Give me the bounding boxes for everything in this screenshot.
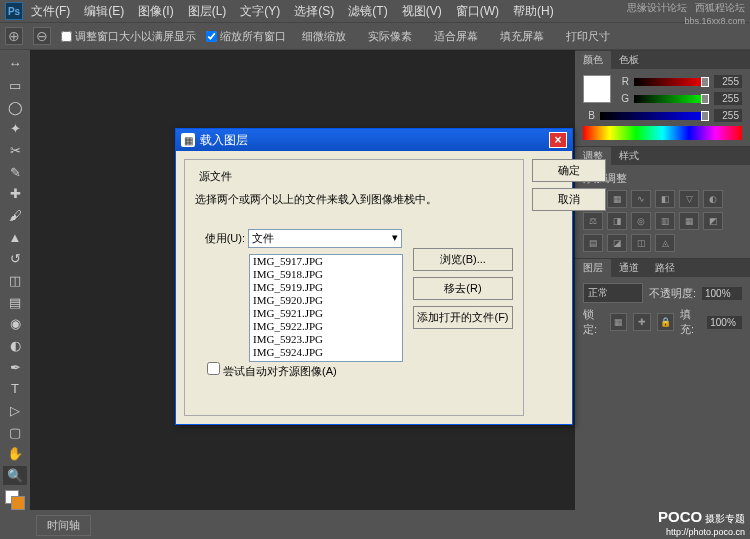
brush-tool[interactable]: 🖌 bbox=[3, 206, 27, 226]
use-dropdown[interactable]: 文件▾ bbox=[248, 229, 402, 248]
zoom-out-icon[interactable]: ⊖ bbox=[33, 27, 51, 45]
menu-select[interactable]: 选择(S) bbox=[288, 1, 340, 22]
menu-help[interactable]: 帮助(H) bbox=[507, 1, 560, 22]
background-swatch[interactable] bbox=[11, 496, 25, 510]
r-slider[interactable] bbox=[634, 78, 709, 86]
marquee-tool[interactable]: ▭ bbox=[3, 76, 27, 96]
color-preview-swatch[interactable] bbox=[583, 75, 611, 103]
pen-tool[interactable]: ✒ bbox=[3, 357, 27, 377]
zoom-tool[interactable]: 🔍 bbox=[3, 466, 27, 486]
adj-select-icon[interactable]: ◬ bbox=[655, 234, 675, 252]
file-list-item[interactable]: IMG_5924.JPG bbox=[250, 346, 402, 359]
print-size-button[interactable]: 打印尺寸 bbox=[560, 27, 616, 46]
fill-field[interactable]: 100% bbox=[707, 316, 742, 329]
g-value[interactable]: 255 bbox=[714, 92, 742, 105]
file-list-item[interactable]: IMG_5917.JPG bbox=[250, 255, 402, 268]
move-tool[interactable]: ↔ bbox=[3, 54, 27, 74]
menu-filter[interactable]: 滤镜(T) bbox=[342, 1, 393, 22]
adj-invert-icon[interactable]: ◩ bbox=[703, 212, 723, 230]
lock-all-icon[interactable]: 🔒 bbox=[657, 313, 674, 331]
lock-position-icon[interactable]: ✚ bbox=[633, 313, 650, 331]
crop-tool[interactable]: ✂ bbox=[3, 141, 27, 161]
menu-layer[interactable]: 图层(L) bbox=[182, 1, 233, 22]
watermark-top: 思缘设计论坛 西狐程论坛 bbs.16xx8.com bbox=[627, 1, 745, 26]
timeline-tab[interactable]: 时间轴 bbox=[36, 515, 91, 536]
zoom-all-checkbox[interactable]: 缩放所有窗口 bbox=[206, 29, 286, 44]
adj-hue-icon[interactable]: ◐ bbox=[703, 190, 723, 208]
zoom-in-icon[interactable]: ⊕ bbox=[5, 27, 23, 45]
swatches-tab[interactable]: 色板 bbox=[611, 51, 647, 69]
adj-mixer-icon[interactable]: ▥ bbox=[655, 212, 675, 230]
app-logo-icon: Ps bbox=[5, 2, 23, 20]
text-tool[interactable]: T bbox=[3, 379, 27, 399]
eyedropper-tool[interactable]: ✎ bbox=[3, 162, 27, 182]
add-open-files-button[interactable]: 添加打开的文件(F) bbox=[413, 306, 513, 329]
paths-tab[interactable]: 路径 bbox=[647, 259, 683, 277]
adj-lut-icon[interactable]: ▦ bbox=[679, 212, 699, 230]
menu-view[interactable]: 视图(V) bbox=[396, 1, 448, 22]
file-listbox[interactable]: IMG_5917.JPGIMG_5918.JPGIMG_5919.JPGIMG_… bbox=[249, 254, 403, 362]
channels-tab[interactable]: 通道 bbox=[611, 259, 647, 277]
load-layers-dialog: ▦ 载入图层 × 源文件 选择两个或两个以上的文件来载入到图像堆栈中。 使用(U… bbox=[175, 128, 573, 425]
lasso-tool[interactable]: ◯ bbox=[3, 97, 27, 117]
dialog-app-icon: ▦ bbox=[181, 133, 195, 147]
cancel-button[interactable]: 取消 bbox=[532, 188, 606, 211]
wand-tool[interactable]: ✦ bbox=[3, 119, 27, 139]
file-list-item[interactable]: IMG_5923.JPG bbox=[250, 333, 402, 346]
scrubby-zoom-button[interactable]: 细微缩放 bbox=[296, 27, 352, 46]
adj-bw-icon[interactable]: ◨ bbox=[607, 212, 627, 230]
adj-vibrance-icon[interactable]: ▽ bbox=[679, 190, 699, 208]
menu-image[interactable]: 图像(I) bbox=[132, 1, 179, 22]
adj-grad-icon[interactable]: ◫ bbox=[631, 234, 651, 252]
ok-button[interactable]: 确定 bbox=[532, 159, 606, 182]
b-value[interactable]: 255 bbox=[714, 109, 742, 122]
file-list-item[interactable]: IMG_5922.JPG bbox=[250, 320, 402, 333]
auto-align-checkbox[interactable]: 尝试自动对齐源图像(A) bbox=[207, 365, 337, 377]
color-tab[interactable]: 颜色 bbox=[575, 51, 611, 69]
lock-pixels-icon[interactable]: ▦ bbox=[610, 313, 627, 331]
close-icon[interactable]: × bbox=[549, 132, 567, 148]
menu-window[interactable]: 窗口(W) bbox=[450, 1, 505, 22]
file-list-item[interactable]: IMG_5920.JPG bbox=[250, 294, 402, 307]
stamp-tool[interactable]: ▲ bbox=[3, 227, 27, 247]
color-panel: 颜色 色板 R255 G255 B255 bbox=[575, 50, 750, 146]
fill-screen-button[interactable]: 填充屏幕 bbox=[494, 27, 550, 46]
blur-tool[interactable]: ◉ bbox=[3, 314, 27, 334]
file-list-item[interactable]: IMG_5925.JPG bbox=[250, 359, 402, 362]
fieldset-legend: 源文件 bbox=[195, 169, 236, 184]
menu-file[interactable]: 文件(F) bbox=[25, 1, 76, 22]
actual-pixels-button[interactable]: 实际像素 bbox=[362, 27, 418, 46]
adj-photo-icon[interactable]: ◎ bbox=[631, 212, 651, 230]
options-bar: ⊕ ⊖ 调整窗口大小以满屏显示 缩放所有窗口 细微缩放 实际像素 适合屏幕 填充… bbox=[0, 22, 750, 50]
adjust-label: 添加调整 bbox=[583, 171, 742, 186]
fit-screen-button[interactable]: 适合屏幕 bbox=[428, 27, 484, 46]
spectrum-strip[interactable] bbox=[583, 126, 742, 140]
shape-tool[interactable]: ▢ bbox=[3, 422, 27, 442]
gradient-tool[interactable]: ▤ bbox=[3, 292, 27, 312]
r-value[interactable]: 255 bbox=[714, 75, 742, 88]
eraser-tool[interactable]: ◫ bbox=[3, 271, 27, 291]
adj-curves-icon[interactable]: ∿ bbox=[631, 190, 651, 208]
history-brush-tool[interactable]: ↺ bbox=[3, 249, 27, 269]
file-list-item[interactable]: IMG_5918.JPG bbox=[250, 268, 402, 281]
adj-thresh-icon[interactable]: ◪ bbox=[607, 234, 627, 252]
menu-type[interactable]: 文字(Y) bbox=[234, 1, 286, 22]
tool-palette: ↔ ▭ ◯ ✦ ✂ ✎ ✚ 🖌 ▲ ↺ ◫ ▤ ◉ ◐ ✒ T ▷ ▢ ✋ 🔍 bbox=[0, 50, 30, 510]
file-list-item[interactable]: IMG_5919.JPG bbox=[250, 281, 402, 294]
file-list-item[interactable]: IMG_5921.JPG bbox=[250, 307, 402, 320]
dialog-titlebar[interactable]: ▦ 载入图层 × bbox=[176, 129, 572, 151]
hand-tool[interactable]: ✋ bbox=[3, 444, 27, 464]
menu-edit[interactable]: 编辑(E) bbox=[78, 1, 130, 22]
opacity-field[interactable]: 100% bbox=[702, 287, 742, 300]
g-slider[interactable] bbox=[634, 95, 709, 103]
browse-button[interactable]: 浏览(B)... bbox=[413, 248, 513, 271]
resize-window-checkbox[interactable]: 调整窗口大小以满屏显示 bbox=[61, 29, 196, 44]
b-slider[interactable] bbox=[600, 112, 709, 120]
heal-tool[interactable]: ✚ bbox=[3, 184, 27, 204]
remove-button[interactable]: 移去(R) bbox=[413, 277, 513, 300]
path-tool[interactable]: ▷ bbox=[3, 401, 27, 421]
adj-exposure-icon[interactable]: ◧ bbox=[655, 190, 675, 208]
adj-levels-icon[interactable]: ▦ bbox=[607, 190, 627, 208]
dodge-tool[interactable]: ◐ bbox=[3, 336, 27, 356]
styles-tab[interactable]: 样式 bbox=[611, 147, 647, 165]
